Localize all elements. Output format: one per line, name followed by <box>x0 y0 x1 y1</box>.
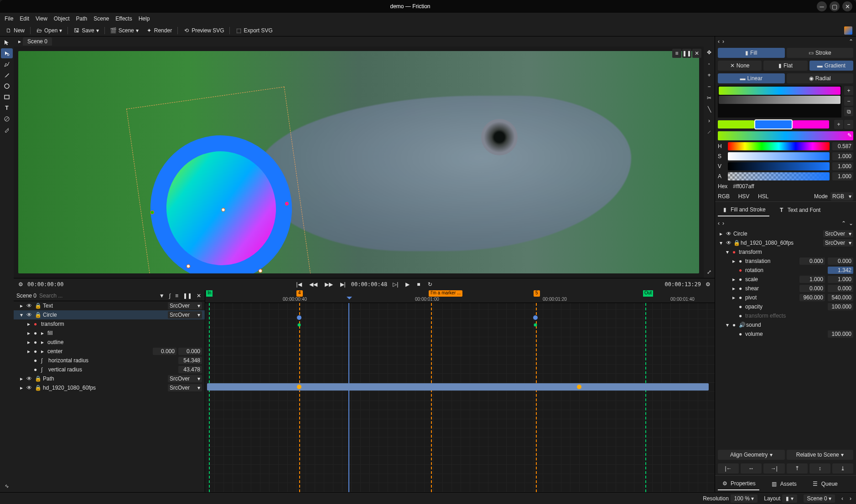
grad-remove-button[interactable]: − <box>844 97 853 106</box>
hsl-tab[interactable]: HSL <box>758 193 768 200</box>
stop-2[interactable] <box>755 120 792 129</box>
video-clip[interactable] <box>207 383 709 391</box>
tree-back-button[interactable]: ‹ <box>718 220 720 226</box>
tl-settings-icon[interactable]: ⚙ <box>17 281 24 288</box>
tree-row[interactable]: ●transform effects <box>716 311 855 320</box>
layout-select[interactable]: ▮ ▾ <box>782 494 797 503</box>
pointer-tool[interactable] <box>1 37 13 47</box>
scene-tab[interactable]: Scene 0 <box>23 37 52 46</box>
vp-chevron-icon[interactable]: › <box>703 116 715 126</box>
in-marker[interactable]: In <box>206 290 213 297</box>
tree-row[interactable]: ▸●translation0.0000.000 <box>716 257 855 266</box>
tl-play-button[interactable]: ▶ <box>404 280 411 288</box>
tree-row[interactable]: ▾●🔊sound <box>716 320 855 329</box>
marker-5[interactable]: 5 <box>534 290 540 297</box>
tl-pause-button[interactable]: ❚❚ <box>182 292 193 300</box>
tl-item[interactable]: ▸●▸center0.0000.000 <box>14 347 205 356</box>
gradient-preview[interactable]: ✎ <box>718 131 853 140</box>
tl-prev-button[interactable]: ◀◀ <box>307 280 319 288</box>
vp-close-button[interactable]: ✕ <box>692 49 701 58</box>
alpha-value[interactable]: 1.000 <box>832 172 853 180</box>
color-swatch-icon[interactable] <box>844 26 852 35</box>
tl-close-button[interactable]: ✕ <box>196 292 202 300</box>
tree-down-button[interactable]: ⌄ <box>849 220 853 226</box>
menu-edit[interactable]: Edit <box>20 15 29 22</box>
rect-tool[interactable] <box>1 92 13 102</box>
maximize-button[interactable]: ▢ <box>830 1 840 11</box>
mode-select[interactable]: RGB▾ <box>830 192 853 201</box>
open-button[interactable]: 🗁Open▾ <box>34 26 64 35</box>
menu-scene[interactable]: Scene <box>93 15 109 22</box>
fill-stroke-tab[interactable]: ▮Fill and Stroke <box>718 204 769 216</box>
tl-play-out-button[interactable]: ▷| <box>391 280 400 288</box>
tl-item[interactable]: ●∫horizontal radius54.348 <box>14 356 205 365</box>
tree-fwd-button[interactable]: › <box>722 220 724 226</box>
export-svg-button[interactable]: ⬚Export SVG <box>233 26 274 35</box>
menu-help[interactable]: Help <box>139 15 150 22</box>
queue-tab[interactable]: ☰Queue <box>809 478 841 490</box>
menu-effects[interactable]: Effects <box>115 15 132 22</box>
out-marker[interactable]: Out <box>643 290 653 297</box>
val-value[interactable]: 1.000 <box>832 162 853 170</box>
tl-item[interactable]: ●∫vertical radius43.478 <box>14 365 205 374</box>
vp-add-icon[interactable]: + <box>703 70 715 80</box>
menu-path[interactable]: Path <box>76 15 88 22</box>
vp-remove-icon[interactable]: − <box>703 82 715 92</box>
stop-1[interactable] <box>718 120 754 129</box>
status-prev-button[interactable]: ‹ <box>841 495 843 502</box>
new-button[interactable]: 🗋New <box>4 26 26 35</box>
assets-tab[interactable]: ▥Assets <box>768 478 800 490</box>
stop-remove-button[interactable]: − <box>844 120 853 129</box>
tl-item[interactable]: ▸●▸fill <box>14 329 205 338</box>
tree-up-button[interactable]: ⌃ <box>841 220 846 226</box>
tl-item[interactable]: ▸👁🔒PathSrcOver ▾ <box>14 374 205 383</box>
stop-3[interactable] <box>793 120 829 129</box>
tl-list-button[interactable]: ≡ <box>174 292 179 300</box>
keyframe[interactable] <box>534 324 537 327</box>
keyframe[interactable] <box>298 324 301 327</box>
vp-expand-icon[interactable]: ⤢ <box>703 267 715 277</box>
playhead-icon[interactable] <box>347 297 352 302</box>
link-tool[interactable] <box>1 481 13 491</box>
pencil-tool[interactable] <box>1 70 13 80</box>
align-bottom-button[interactable]: ⤓ <box>832 463 853 473</box>
align-vcenter-button[interactable]: ↕ <box>809 463 830 473</box>
timeline-tracks[interactable] <box>205 303 715 492</box>
menu-view[interactable]: View <box>36 15 47 22</box>
scene-arrow-icon[interactable]: ▸ <box>16 38 23 45</box>
tl-item[interactable]: ▸●▸outline <box>14 338 205 347</box>
select-tool[interactable] <box>1 48 13 58</box>
sat-value[interactable]: 1.000 <box>832 152 853 160</box>
menu-file[interactable]: File <box>5 15 13 22</box>
grad-copy-button[interactable]: ⧉ <box>844 107 853 116</box>
vp-cut-icon[interactable]: ✂ <box>703 93 715 103</box>
tree-row[interactable]: ▾👁🔒hd_1920_1080_60fpsSrcOver▾ <box>716 238 855 247</box>
hue-slider[interactable] <box>728 142 830 150</box>
tree-row[interactable]: ▸●shear0.0000.000 <box>716 284 855 293</box>
vp-menu-button[interactable]: ≡ <box>672 49 681 58</box>
radial-button[interactable]: ◉ Radial <box>787 73 854 83</box>
vp-move-icon[interactable]: ✥ <box>703 47 715 57</box>
tl-filter-button[interactable]: ▼ <box>158 292 166 300</box>
tl-curve-button[interactable]: ∫ <box>168 292 171 300</box>
vp-pause-button[interactable]: ❚❚ <box>682 49 691 58</box>
scene-select[interactable]: Scene 0 ▾ <box>804 494 835 503</box>
hsv-tab[interactable]: HSV <box>738 193 750 200</box>
panel-collapse-button[interactable]: ⌃ <box>849 38 853 45</box>
null-tool[interactable] <box>1 114 13 124</box>
tl-item[interactable]: ▸●transform <box>14 319 205 329</box>
render-button[interactable]: ✦Render <box>144 26 174 35</box>
vp-line-icon[interactable]: ╲ <box>703 104 715 114</box>
tl-stop-button[interactable]: ■ <box>415 280 422 288</box>
align-geom-select[interactable]: Align Geometry ▾ <box>718 450 785 460</box>
timeline-ruler[interactable]: In 4 I'm a marker ... 5 Out 00:00:00:40 … <box>205 290 715 303</box>
tree-row[interactable]: ●opacity100.000 <box>716 302 855 311</box>
playhead[interactable] <box>348 303 349 492</box>
tl-scene-label[interactable]: Scene 0 <box>16 293 36 299</box>
picker-tool[interactable] <box>1 125 13 135</box>
status-next-button[interactable]: › <box>850 495 851 502</box>
ellipse-tool[interactable] <box>1 81 13 91</box>
vp-node-icon[interactable]: ◦ <box>703 59 715 69</box>
tree-row[interactable]: ▸●scale1.0001.000 <box>716 275 855 284</box>
tree-row[interactable]: ●volume100.000 <box>716 329 855 339</box>
